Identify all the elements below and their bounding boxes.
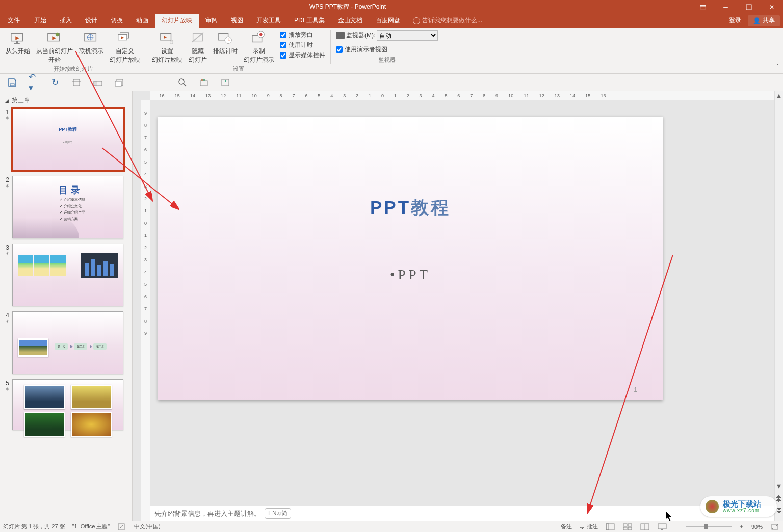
cursor-icon	[666, 511, 675, 523]
play-narration-checkbox[interactable]: 播放旁白	[280, 30, 325, 40]
login-link[interactable]: 登录	[722, 16, 748, 25]
rehearse-icon	[217, 30, 233, 46]
fit-window-icon[interactable]	[770, 523, 780, 531]
theme-label: "1_Office 主题"	[72, 523, 110, 530]
record-icon	[251, 30, 267, 46]
svg-marker-16	[164, 36, 167, 39]
svg-point-28	[259, 33, 263, 36]
zoom-out-button[interactable]: ─	[674, 524, 678, 530]
svg-rect-50	[623, 527, 627, 530]
maximize-icon[interactable]	[737, 0, 760, 14]
tab-animation[interactable]: 动画	[129, 14, 155, 28]
rehearse-button[interactable]: 排练计时.	[211, 29, 240, 65]
minimize-icon[interactable]: ─	[714, 0, 737, 14]
save-icon[interactable]	[7, 77, 17, 88]
setup-icon	[159, 30, 175, 46]
sorter-view-icon[interactable]	[622, 523, 633, 531]
tab-developer[interactable]: 开发工具	[250, 14, 288, 28]
zoom-slider[interactable]	[686, 526, 732, 527]
undo-icon[interactable]: ↶ ▾	[29, 77, 39, 88]
bulb-icon	[413, 17, 420, 24]
slide-thumb-4[interactable]: 第一步第二步第三步	[12, 311, 123, 374]
title-bar: WPS PPT教程 - PowerPoint ─ ✕	[0, 0, 783, 14]
from-current-icon	[46, 30, 63, 46]
spellcheck-icon[interactable]	[117, 523, 127, 531]
svg-rect-49	[628, 524, 632, 526]
custom-slideshow-icon	[117, 30, 133, 46]
tellme-search[interactable]: 告诉我您想要做什么...	[407, 14, 482, 28]
tab-slideshow[interactable]: 幻灯片放映	[155, 14, 199, 28]
zoom-in-button[interactable]: ＋	[739, 523, 744, 530]
svg-rect-51	[628, 527, 632, 530]
tab-baidu[interactable]: 百度网盘	[369, 14, 407, 28]
svg-line-21	[192, 33, 204, 42]
svg-rect-38	[200, 81, 207, 86]
share-button[interactable]: 👤共享	[748, 15, 780, 26]
tab-review[interactable]: 审阅	[199, 14, 224, 28]
tab-kingsoft[interactable]: 金山文档	[331, 14, 369, 28]
tab-home[interactable]: 开始	[28, 14, 53, 28]
window-title: WPS PPT教程 - PowerPoint	[4, 3, 691, 11]
svg-rect-46	[606, 524, 614, 530]
show-media-checkbox[interactable]: 显示媒体控件	[280, 50, 325, 60]
svg-rect-6	[14, 43, 20, 44]
monitor-select[interactable]: 自动	[377, 30, 438, 41]
comments-button[interactable]: 🗨 批注	[579, 523, 598, 530]
zoom-percentage[interactable]: 90%	[751, 524, 763, 530]
svg-marker-8	[52, 36, 56, 40]
hide-slide-icon	[190, 30, 206, 46]
svg-rect-42	[225, 80, 226, 82]
svg-rect-40	[203, 79, 205, 81]
svg-rect-1	[700, 5, 706, 6]
notes-button[interactable]: ≐ 备注	[554, 523, 572, 530]
from-beginning-button[interactable]: 从头开始	[3, 29, 33, 56]
scroll-up-icon[interactable]: ▴	[775, 91, 783, 100]
collapse-ribbon-icon[interactable]: ˆ	[776, 63, 779, 71]
ime-indicator[interactable]: EN♫简	[265, 508, 291, 519]
ribbon-tabs: 文件 开始 插入 设计 切换 动画 幻灯片放映 审阅 视图 开发工具 PDF工具…	[0, 14, 783, 28]
qat-icon-8[interactable]	[199, 77, 209, 88]
person-icon: 👤	[753, 17, 761, 24]
slideshow-view-icon[interactable]	[657, 523, 667, 531]
svg-rect-48	[623, 524, 627, 526]
hide-slide-button[interactable]: 隐藏幻灯片	[186, 29, 210, 65]
ruler-horizontal[interactable]: · · 16 · · · 15 · · · 14 · · · 13 · · · …	[150, 91, 774, 100]
tab-file[interactable]: 文件	[0, 14, 28, 28]
presenter-view-checkbox[interactable]: 使用演示者视图	[336, 45, 438, 55]
zoom-tool-icon[interactable]	[177, 77, 188, 88]
ribbon-display-options-icon[interactable]	[691, 0, 714, 14]
slide-thumb-5[interactable]	[12, 379, 123, 430]
from-beginning-icon	[10, 30, 26, 46]
editor-area: · · 16 · · · 15 · · · 14 · · · 13 · · · …	[133, 91, 783, 521]
slide-thumb-3[interactable]	[12, 244, 123, 306]
online-icon	[83, 30, 99, 46]
tab-pdf[interactable]: PDF工具集	[288, 14, 331, 28]
scroll-down-icon[interactable]: ▾	[775, 482, 783, 490]
normal-view-icon[interactable]	[605, 523, 615, 531]
tab-design[interactable]: 设计	[79, 14, 104, 28]
svg-rect-39	[201, 79, 203, 81]
svg-line-58	[102, 148, 178, 209]
svg-rect-5	[16, 41, 18, 43]
svg-rect-55	[661, 529, 663, 530]
use-timing-checkbox[interactable]: 使用计时	[280, 40, 325, 50]
slide-counter: 幻灯片 第 1 张，共 27 张	[3, 523, 65, 530]
svg-line-59	[588, 255, 673, 512]
reading-view-icon[interactable]	[640, 523, 650, 531]
monitor-select-row: 监视器(M): 自动	[336, 30, 438, 41]
watermark-logo: 极光下载站www.xz7.com	[700, 496, 777, 517]
tab-view[interactable]: 视图	[224, 14, 250, 28]
svg-marker-4	[15, 36, 19, 40]
svg-point-9	[56, 33, 60, 37]
svg-rect-29	[10, 84, 14, 86]
group-label-setup: 设置	[149, 65, 327, 73]
record-button[interactable]: 录制幻灯片演示	[241, 29, 277, 65]
tab-insert[interactable]: 插入	[53, 14, 79, 28]
tab-transition[interactable]: 切换	[104, 14, 129, 28]
language-label[interactable]: 中文(中国)	[134, 523, 160, 530]
close-icon[interactable]: ✕	[760, 0, 783, 14]
vertical-scrollbar[interactable]: ▴ ▾ ⯭ ⯯	[774, 91, 783, 521]
svg-point-36	[179, 79, 184, 84]
svg-rect-47	[606, 524, 609, 530]
qat-icon-9[interactable]	[220, 77, 230, 88]
